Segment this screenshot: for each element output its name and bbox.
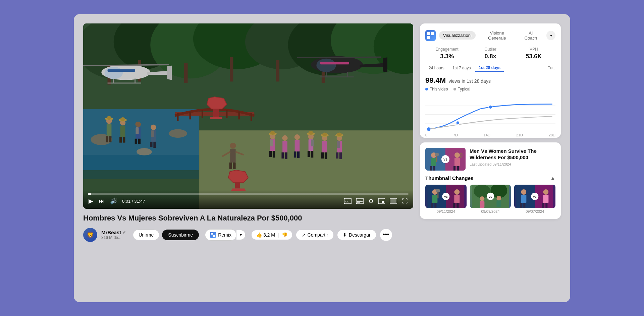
tab-visualizzazioni[interactable]: Visualizzazioni	[439, 31, 476, 40]
thumb-video-title: Men Vs Women Survive The Wilderness For …	[470, 148, 555, 161]
outlier-label: Outlier	[469, 47, 512, 52]
channel-info: MrBeast ✓ 316 M de...	[101, 230, 126, 240]
svg-point-179	[543, 189, 549, 195]
svg-point-134	[489, 105, 492, 109]
svg-rect-145	[453, 166, 455, 171]
miniplayer-button[interactable]	[378, 198, 386, 204]
outlier-metric: Outlier 0.8x	[469, 47, 512, 60]
more-options-button[interactable]: •••	[380, 229, 392, 241]
svg-rect-170	[496, 200, 501, 207]
legend-typical-dot	[453, 88, 456, 90]
svg-point-143	[454, 152, 460, 158]
svg-rect-154	[431, 203, 433, 208]
progress-bar[interactable]	[88, 193, 409, 195]
svg-rect-160	[453, 203, 455, 208]
remix-button[interactable]: Remix	[205, 229, 236, 241]
fullscreen-button[interactable]: ⛶	[401, 197, 409, 205]
svg-rect-140	[433, 166, 435, 171]
thumbnail-image-3[interactable]: VS	[514, 185, 555, 208]
verified-badge: ✓	[122, 230, 126, 235]
thumb-changes-toggle[interactable]: ▲	[550, 175, 555, 181]
like-dislike-group: 👍 3,2 M | 👎	[252, 230, 292, 240]
svg-rect-153	[432, 195, 437, 203]
analytics-header: Visualizzazioni Visione Generale AI Coac…	[425, 29, 555, 42]
time-tab-7d[interactable]: 1st 7 days	[449, 64, 474, 72]
svg-text:VS: VS	[444, 195, 448, 198]
thumbnail-image-1[interactable]: VS	[425, 185, 467, 208]
video-player[interactable]: ▶ ⏭ 🔊 0:01 / 31:47 CC ⚙	[83, 23, 413, 209]
thumb-video-info: VS Men Vs Women Survive The Wilderness F…	[425, 148, 555, 171]
analytics-tabs: Visualizzazioni Visione Generale AI Coac…	[439, 29, 543, 42]
svg-rect-123	[390, 199, 396, 203]
video-background	[83, 23, 413, 209]
chart-legend: This video Typical	[425, 87, 555, 91]
left-panel: ▶ ⏭ 🔊 0:01 / 31:47 CC ⚙	[83, 23, 413, 293]
subtitles-button[interactable]	[356, 198, 364, 204]
video-scene	[83, 23, 413, 209]
svg-rect-125	[213, 235, 215, 237]
thumbnail-item-3: VS 09/07/2024	[514, 185, 555, 213]
subscribe-button[interactable]: Suscribirme	[162, 230, 199, 240]
join-button[interactable]: Unirme	[133, 230, 159, 240]
share-icon: ↗	[302, 232, 306, 238]
engagement-metric: Engagement 3.3%	[425, 47, 469, 60]
svg-point-133	[456, 121, 460, 125]
channel-avatar[interactable]: 🦁	[83, 228, 97, 242]
svg-rect-176	[521, 195, 527, 203]
remix-dropdown[interactable]: ▾	[236, 230, 246, 240]
video-title: Hombres Vs Mujeres Sobreviven A La Natur…	[83, 213, 413, 223]
tab-ai-coach[interactable]: AI Coach	[519, 29, 543, 42]
volume-button[interactable]: 🔊	[109, 197, 118, 205]
remix-icon	[210, 232, 216, 238]
thumb-changes-header: Thumbnail Changes ▲	[425, 175, 555, 181]
svg-rect-178	[524, 203, 526, 208]
thumbnail-date-3: 09/07/2024	[514, 209, 555, 213]
legend-this-video-dot	[425, 88, 428, 90]
dislike-icon[interactable]: 👎	[282, 232, 287, 238]
time-display: 0:01 / 31:47	[122, 199, 145, 204]
time-tab-28d[interactable]: 1st 28 days	[475, 64, 504, 72]
svg-rect-142	[435, 153, 439, 156]
download-icon: ⬇	[343, 232, 347, 238]
next-button[interactable]: ⏭	[98, 197, 105, 205]
channel-actions: Unirme Suscribirme	[133, 230, 199, 240]
views-label: views in 1st 28 days	[449, 78, 491, 84]
svg-rect-127	[431, 32, 434, 35]
svg-rect-161	[457, 203, 459, 208]
progress-fill	[88, 193, 91, 195]
svg-point-132	[427, 127, 430, 131]
channel-row: 🦁 MrBeast ✓ 316 M de... Unirme Suscribir…	[83, 228, 413, 242]
download-button[interactable]: ⬇ Descargar	[337, 230, 376, 240]
thumbnail-item-1: VS 09/11/2024	[425, 185, 467, 213]
share-button[interactable]: ↗ Compartir	[296, 230, 333, 240]
channel-subscribers: 316 M de...	[101, 235, 126, 240]
captions-button[interactable]: CC	[343, 198, 352, 204]
legend-typical: Typical	[453, 87, 470, 91]
tabs-more-button[interactable]: ▾	[546, 31, 555, 40]
thumb-last-updated: Last Updated 09/11/2024	[470, 162, 555, 166]
thumbnail-image-2[interactable]: VS	[470, 185, 511, 208]
time-tab-24h[interactable]: 24 hours	[425, 64, 448, 72]
video-controls-overlay: ▶ ⏭ 🔊 0:01 / 31:47 CC ⚙	[83, 190, 413, 209]
x-label-28d: 28D	[549, 133, 555, 137]
play-button[interactable]: ▶	[88, 197, 94, 205]
svg-rect-124	[211, 233, 213, 235]
time-tab-tutti[interactable]: Tutti	[548, 66, 555, 70]
metrics-row: Engagement 3.3% Outlier 0.8x VPH 53.6K	[425, 47, 555, 60]
svg-rect-126	[427, 32, 430, 35]
channel-name: MrBeast ✓	[101, 230, 126, 235]
settings-button[interactable]: ⚙	[368, 197, 374, 205]
svg-rect-138	[431, 158, 436, 166]
svg-rect-155	[434, 203, 436, 208]
tab-visione-generale[interactable]: Visione Generale	[478, 29, 517, 42]
svg-rect-177	[520, 203, 522, 208]
x-label-21d: 21D	[516, 133, 523, 137]
chart-area: 0 7D 14D 21D 28D	[425, 94, 555, 131]
svg-rect-157	[436, 189, 440, 192]
theater-button[interactable]	[389, 198, 398, 204]
vph-metric: VPH 53.6K	[512, 47, 555, 60]
svg-rect-181	[542, 203, 544, 208]
like-icon[interactable]: 👍	[256, 232, 262, 238]
chart-x-labels: 0 7D 14D 21D 28D	[425, 133, 555, 137]
svg-text:CC: CC	[345, 200, 349, 203]
